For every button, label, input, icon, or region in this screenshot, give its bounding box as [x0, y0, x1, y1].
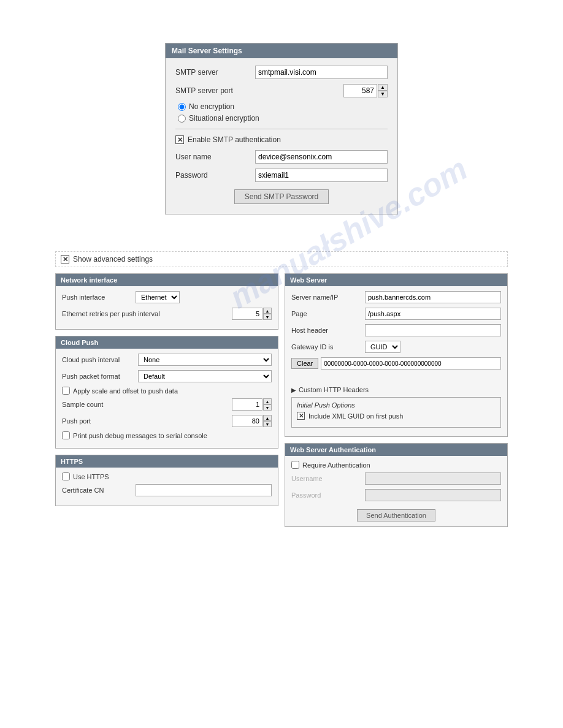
mail-panel-wrapper: Mail Server Settings SMTP server SMTP se… — [0, 0, 563, 214]
custom-http-arrow: ▶ — [291, 387, 296, 393]
include-guid-row: ✕ Include XML GUID on first push — [297, 412, 496, 420]
smtp-port-spinner[interactable]: ▲ ▼ — [378, 84, 388, 97]
push-port-down[interactable]: ▼ — [263, 421, 272, 427]
ethernet-retries-wrapper: ▲ ▼ — [232, 308, 272, 320]
require-auth-row: Require Authentication — [291, 461, 501, 469]
web-server-title: Web Server — [290, 276, 327, 284]
cert-cn-label: Certificate CN — [62, 487, 136, 494]
bottom-grid: Network interface Push interface Etherne… — [55, 273, 508, 527]
smtp-port-row: SMTP server port ▲ ▼ — [175, 84, 388, 97]
initial-push-title: Initial Push Options — [297, 401, 496, 409]
no-encryption-label: No encryption — [189, 102, 234, 111]
web-server-auth-box: Web Server Authentication Require Authen… — [285, 443, 508, 527]
apply-scale-label: Apply scale and offset to push data — [73, 387, 178, 395]
host-header-row: Host header — [291, 324, 501, 336]
smtp-server-row: SMTP server — [175, 66, 388, 79]
enable-auth-checkbox[interactable]: ✕ — [175, 135, 184, 144]
auth-username-input[interactable] — [365, 472, 501, 485]
sample-count-input[interactable] — [232, 398, 262, 411]
enable-auth-row: ✕ Enable SMTP authentication — [175, 135, 388, 144]
gateway-id-select[interactable]: GUID — [365, 341, 400, 353]
no-encryption-radio[interactable] — [178, 103, 186, 111]
page-label: Page — [291, 310, 365, 317]
smtp-port-up[interactable]: ▲ — [378, 84, 388, 91]
print-debug-row: Print push debug messages to serial cons… — [62, 431, 272, 439]
require-auth-checkbox[interactable] — [291, 461, 299, 469]
packet-format-select[interactable]: Default — [138, 370, 272, 382]
bottom-section: ✕ Show advanced settings Network interfa… — [0, 214, 563, 539]
cert-cn-input[interactable] — [136, 484, 272, 496]
cloud-push-title: Cloud Push — [61, 339, 98, 346]
sample-count-row: Sample count ▲ ▼ — [62, 398, 272, 411]
network-interface-box: Network interface Push interface Etherne… — [55, 273, 278, 330]
gateway-id-label: Gateway ID is — [291, 343, 365, 351]
no-encryption-row: No encryption — [175, 102, 388, 111]
send-smtp-btn[interactable]: Send SMTP Password — [234, 189, 329, 204]
push-port-input[interactable] — [232, 415, 262, 427]
auth-password-row: Password — [291, 489, 501, 501]
situational-encryption-label: Situational encryption — [189, 114, 259, 123]
packet-format-label: Push packet format — [62, 373, 136, 380]
push-interface-select[interactable]: Ethernet — [136, 291, 180, 303]
network-interface-title: Network interface — [61, 276, 117, 284]
https-box: HTTPS Use HTTPS Certificate CN — [55, 455, 278, 506]
mail-panel-body: SMTP server SMTP server port ▲ ▼ No encr… — [166, 58, 397, 214]
push-port-spinner[interactable]: ▲ ▼ — [263, 415, 272, 427]
clear-btn[interactable]: Clear — [291, 358, 318, 369]
print-debug-checkbox[interactable] — [62, 431, 70, 439]
require-auth-label: Require Authentication — [302, 461, 370, 469]
guid-input[interactable] — [321, 357, 501, 370]
username-input[interactable] — [255, 150, 388, 164]
web-server-auth-header: Web Server Authentication — [285, 444, 507, 456]
use-https-checkbox[interactable] — [62, 472, 70, 480]
ethernet-retries-input[interactable] — [232, 308, 262, 320]
web-server-body: Server name/IP Page Host header Gateway … — [285, 286, 507, 436]
server-name-input[interactable] — [365, 291, 501, 303]
custom-http-row[interactable]: ▶ Custom HTTP Headers — [291, 386, 501, 393]
cloud-interval-row: Cloud push interval None — [62, 354, 272, 366]
cloud-push-header: Cloud Push — [56, 336, 278, 349]
ethernet-retries-row: Ethernet retries per push interval ▲ ▼ — [62, 308, 272, 320]
push-interface-label: Push interface — [62, 294, 136, 301]
auth-username-label: Username — [291, 475, 365, 482]
use-https-label: Use HTTPS — [73, 473, 109, 480]
ethernet-retries-down[interactable]: ▼ — [263, 314, 272, 320]
username-row: User name — [175, 150, 388, 164]
smtp-server-input[interactable] — [255, 66, 388, 79]
sample-count-spinner[interactable]: ▲ ▼ — [263, 398, 272, 411]
guid-row: Clear — [291, 357, 501, 370]
auth-password-input[interactable] — [365, 489, 501, 501]
sample-count-label: Sample count — [62, 401, 136, 408]
web-server-header: Web Server — [285, 274, 507, 286]
apply-scale-checkbox[interactable] — [62, 387, 70, 395]
cloud-interval-label: Cloud push interval — [62, 356, 136, 363]
cloud-interval-select[interactable]: None — [138, 354, 272, 366]
gateway-id-row: Gateway ID is GUID — [291, 341, 501, 353]
server-name-label: Server name/IP — [291, 294, 365, 301]
network-interface-body: Push interface Ethernet Ethernet retries… — [56, 286, 278, 329]
ethernet-retries-up[interactable]: ▲ — [263, 308, 272, 314]
smtp-port-down[interactable]: ▼ — [378, 91, 388, 97]
sample-count-down[interactable]: ▼ — [263, 404, 272, 411]
host-header-input[interactable] — [365, 324, 501, 336]
server-name-row: Server name/IP — [291, 291, 501, 303]
smtp-port-input[interactable] — [343, 84, 377, 97]
situational-encryption-radio[interactable] — [178, 115, 186, 123]
apply-scale-row: Apply scale and offset to push data — [62, 387, 272, 395]
ethernet-retries-spinner[interactable]: ▲ ▼ — [263, 308, 272, 320]
print-debug-label: Print push debug messages to serial cons… — [73, 432, 207, 439]
page-input[interactable] — [365, 308, 501, 320]
sample-count-up[interactable]: ▲ — [263, 398, 272, 404]
push-port-up[interactable]: ▲ — [263, 415, 272, 421]
show-advanced-checkbox[interactable]: ✕ — [61, 255, 69, 264]
push-port-label: Push port — [62, 417, 136, 425]
send-auth-btn[interactable]: Send Authentication — [357, 509, 435, 521]
password-input[interactable] — [255, 169, 388, 182]
mail-panel-header: Mail Server Settings — [166, 44, 397, 58]
cert-cn-row: Certificate CN — [62, 484, 272, 496]
auth-username-row: Username — [291, 472, 501, 485]
network-interface-header: Network interface — [56, 274, 278, 286]
mail-divider — [175, 129, 388, 129]
smtp-port-wrapper: ▲ ▼ — [343, 84, 388, 97]
include-guid-checkbox[interactable]: ✕ — [297, 412, 305, 420]
